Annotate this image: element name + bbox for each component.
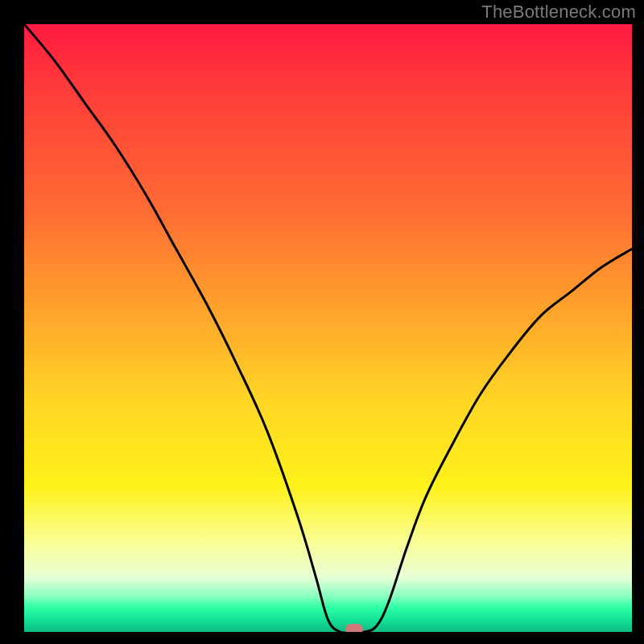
- optimal-point-marker: [345, 624, 363, 632]
- watermark-text: TheBottleneck.com: [481, 2, 636, 23]
- plot-area: [24, 24, 632, 632]
- background-gradient: [24, 24, 632, 632]
- chart-frame: TheBottleneck.com: [0, 0, 644, 644]
